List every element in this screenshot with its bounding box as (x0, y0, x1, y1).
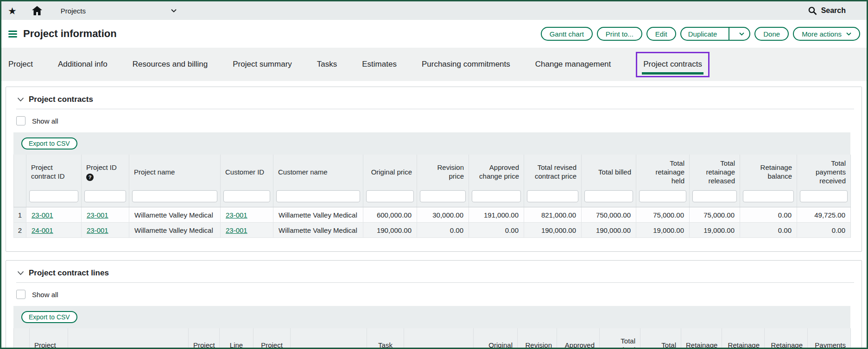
column-header-label: Customer name (278, 168, 358, 176)
column-header-total-retainage-released[interactable]: Total retainage released (690, 155, 740, 189)
column-header-label: Project ID (86, 163, 124, 172)
filter-input-total-revised-contract-price[interactable] (527, 190, 578, 202)
column-header-customer-name[interactable]: Customer name (273, 155, 363, 189)
filter-input-total-billed[interactable] (584, 190, 633, 202)
filter-input-total-retainage-held[interactable] (639, 190, 686, 202)
favorites-star-icon[interactable]: ★ (8, 6, 17, 16)
column-header-revision-10[interactable]: Revision (518, 328, 557, 349)
column-header-project-contract-id[interactable]: Project contract ID (26, 155, 82, 189)
tab-project-summary[interactable]: Project summary (233, 60, 292, 69)
grid-toolbar: Export to CSV (13, 306, 850, 328)
column-header-label: Customer ID (225, 168, 268, 176)
show-all-checkbox[interactable] (16, 116, 25, 125)
project-contract-id-link[interactable]: 23-001 (32, 211, 53, 219)
cell-original-price: 190,000.00 (363, 223, 417, 238)
divider (16, 282, 854, 283)
column-header-approved-change-price[interactable]: Approved change price (469, 155, 524, 189)
tab-change-management[interactable]: Change management (535, 60, 611, 69)
customer-id-link[interactable]: 23-001 (226, 211, 247, 219)
record-list-icon[interactable] (8, 31, 17, 37)
column-header-revision-price[interactable]: Revision price (417, 155, 469, 189)
filter-input-original-price[interactable] (366, 190, 414, 202)
show-all-checkbox[interactable] (16, 290, 25, 299)
filter-input-project-contract-id[interactable] (29, 190, 78, 202)
done-button[interactable]: Done (754, 27, 789, 41)
tab-purchasing-commitments[interactable]: Purchasing commitments (422, 60, 510, 69)
export-csv-button[interactable]: Export to CSV (21, 311, 77, 323)
export-csv-button[interactable]: Export to CSV (21, 137, 77, 150)
column-header-project-name[interactable]: Project name (129, 155, 221, 189)
tab-additional-info[interactable]: Additional info (58, 60, 108, 69)
column-header-payments-17[interactable]: Payments (808, 328, 851, 349)
filter-input-project-id[interactable] (84, 190, 126, 202)
duplicate-dropdown-toggle[interactable] (734, 28, 749, 40)
filter-input-revision-price[interactable] (420, 190, 466, 202)
cell-total-retainage-released: 19,000.00 (690, 223, 740, 238)
filter-input-retainage-balance[interactable] (743, 190, 794, 202)
column-header-blank-0 (14, 328, 30, 349)
column-header-approved-11[interactable]: Approved (557, 328, 600, 349)
column-header-label: Retainage balance (745, 163, 792, 181)
tab-tasks[interactable]: Tasks (317, 60, 337, 69)
help-icon[interactable]: ? (86, 174, 94, 181)
project-id-link[interactable]: 23-001 (87, 226, 108, 234)
column-header-project-id[interactable]: Project ID? (82, 155, 129, 189)
more-actions-button[interactable]: More actions (793, 27, 860, 41)
column-header-total-13[interactable]: Total (640, 328, 681, 349)
filter-cell (582, 189, 636, 207)
section-title: Project contract lines (29, 268, 109, 278)
column-header-retainage-16[interactable]: Retainage (765, 328, 808, 349)
duplicate-button[interactable]: Duplicate (680, 27, 751, 41)
filter-input-approved-change-price[interactable] (472, 190, 521, 202)
collapse-chevron-icon[interactable] (17, 271, 24, 275)
filter-input-total-payments-received[interactable] (800, 190, 848, 202)
column-header-label: Project name (134, 168, 215, 176)
home-icon[interactable] (32, 6, 42, 15)
filter-cell (740, 189, 797, 207)
table-row: 123-00123-001Willamette Valley Medical23… (14, 207, 851, 223)
column-header-project-1[interactable]: Project (30, 328, 68, 349)
gantt-chart-button[interactable]: Gantt chart (541, 27, 593, 41)
customer-id-link[interactable]: 23-001 (226, 226, 247, 234)
search-button[interactable]: Search (808, 6, 846, 15)
column-header-original-price[interactable]: Original price (363, 155, 417, 189)
collapse-chevron-icon[interactable] (17, 97, 24, 102)
gantt-chart-label: Gantt chart (550, 30, 584, 38)
column-header-total-billed[interactable]: Total billed (582, 155, 636, 189)
column-header-total-revised-contract-price[interactable]: Total revised contract price (524, 155, 582, 189)
column-header-total-payments-received[interactable]: Total payments received (797, 155, 851, 189)
column-header-retainage-14[interactable]: Retainage (681, 328, 722, 349)
column-header-customer-id[interactable]: Customer ID (221, 155, 273, 189)
filter-input-total-retainage-released[interactable] (692, 190, 737, 202)
filter-input-customer-id[interactable] (223, 190, 270, 202)
project-contract-id-link[interactable]: 24-001 (32, 226, 53, 234)
column-header-total-revised-12[interactable]: Total revised (600, 328, 640, 349)
edit-button[interactable]: Edit (646, 27, 676, 41)
project-id-link[interactable]: 23-001 (87, 211, 108, 219)
filter-input-customer-name[interactable] (276, 190, 360, 202)
cell-total-payments-received: 49,725.00 (797, 207, 851, 223)
column-header-retainage-15[interactable]: Retainage (722, 328, 765, 349)
application-window: ★ Projects Search Project information Ga… (0, 0, 868, 349)
column-header-task-7[interactable]: Task (367, 328, 404, 349)
projects-nav-dropdown[interactable]: Projects (61, 7, 177, 15)
column-header-blank-6 (291, 328, 367, 349)
column-header-retainage-balance[interactable]: Retainage balance (740, 155, 797, 189)
column-header-original-9[interactable]: Original (474, 328, 518, 349)
section-header: Project contract lines (6, 261, 862, 278)
column-header-project-5[interactable]: Project (253, 328, 291, 349)
column-header-line-4[interactable]: Line (220, 328, 253, 349)
duplicate-label: Duplicate (681, 28, 724, 40)
column-header-total-retainage-held[interactable]: Total retainage held (636, 155, 690, 189)
tab-estimates[interactable]: Estimates (362, 60, 397, 69)
cell-project-contract-id: 23-001 (26, 207, 82, 223)
print-to-button[interactable]: Print to... (597, 27, 642, 41)
tab-resources-and-billing[interactable]: Resources and billing (133, 60, 208, 69)
column-header-project-3[interactable]: Project (189, 328, 220, 349)
filter-row (14, 189, 851, 207)
filter-input-project-name[interactable] (132, 190, 217, 202)
divider (16, 109, 854, 109)
tab-project-contracts[interactable]: Project contracts (636, 52, 710, 77)
nav-dropdown-label: Projects (61, 7, 86, 15)
tab-project[interactable]: Project (8, 60, 33, 69)
